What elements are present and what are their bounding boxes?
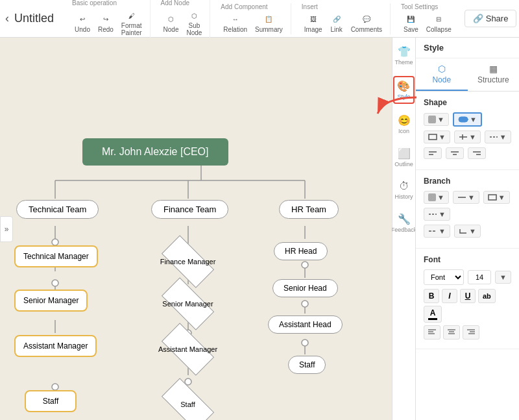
border-style-icon <box>428 134 437 140</box>
branch-indent-btn[interactable]: ▼ <box>454 225 481 238</box>
format-painter-button[interactable]: 🖌 Format Painter <box>119 9 145 38</box>
shape-fill-btn[interactable]: ▼ <box>424 113 449 126</box>
redo-icon: ↪ <box>99 14 112 25</box>
shape-border-btn[interactable]: ▼ <box>424 130 450 143</box>
sidebar-item-icon[interactable]: 😊 Icon <box>395 112 413 137</box>
theme-icon: 👕 <box>398 45 411 58</box>
technical-manager-node[interactable]: Technical Manager <box>14 245 98 267</box>
finance-senior-manager-node[interactable]: Senior Manager <box>163 291 212 317</box>
align-center-text-btn[interactable] <box>443 325 460 340</box>
branch-style1-btn[interactable]: ▼ <box>424 225 450 238</box>
comments-button[interactable]: 💬 Comments <box>348 13 385 34</box>
node-button[interactable]: ⬡ Node <box>161 13 182 34</box>
align-left-text-btn[interactable] <box>424 325 441 340</box>
relation-button[interactable]: ↔ Relation <box>221 13 250 34</box>
technical-team-node[interactable]: Technical Team <box>16 200 99 219</box>
svg-point-20 <box>52 239 58 245</box>
underline-button[interactable]: U <box>460 289 476 303</box>
collapse-icon: ⊟ <box>432 14 445 25</box>
italic-button[interactable]: I <box>442 289 457 303</box>
shape-row-1: ▼ ▼ <box>424 112 511 127</box>
technical-assistant-manager-node[interactable]: Assistant Manager <box>14 335 97 357</box>
align-right-text-btn[interactable] <box>463 325 479 340</box>
finance-manager-node[interactable]: Finance Manager <box>163 249 212 275</box>
tool-settings-items: 💾 Save ⊟ Collapse <box>401 13 454 34</box>
node-tab-icon: ⬡ <box>418 64 465 74</box>
shape-align-left-btn[interactable] <box>424 147 442 159</box>
fill-dropdown-icon: ▼ <box>437 116 444 123</box>
font-size-dropdown[interactable]: ▼ <box>495 271 511 284</box>
sidebar-item-history[interactable]: ⏱ History <box>392 178 416 203</box>
font-size-input[interactable] <box>468 270 491 284</box>
tab-structure[interactable]: ▦ Structure <box>468 58 520 91</box>
canvas-area[interactable]: » <box>0 38 392 420</box>
hr-senior-head-node[interactable]: Senior Head <box>272 279 338 297</box>
shape-line-btn[interactable]: ▼ <box>454 130 481 143</box>
summary-button[interactable]: 📋 Summary <box>252 13 285 34</box>
sidebar-item-style[interactable]: 🎨 Style <box>393 76 414 104</box>
strikethrough-button[interactable]: ab <box>478 289 496 303</box>
shape-type-btn[interactable]: ▼ <box>453 112 482 127</box>
hr-staff-node[interactable]: Staff <box>288 356 326 374</box>
link-button[interactable]: 🔗 Link <box>328 13 346 34</box>
finance-staff-node[interactable]: Staff <box>163 391 212 417</box>
toolbar-right: 🔗 Share 📤 Export <box>465 10 519 27</box>
svg-rect-44 <box>489 195 496 200</box>
text-align-row <box>424 325 511 340</box>
technical-team-label: Technical Team <box>29 204 86 214</box>
finance-team-node[interactable]: Finance Team <box>151 200 228 219</box>
save-button[interactable]: 💾 Save <box>401 13 421 34</box>
branch-line-icon <box>457 194 466 201</box>
text-align-right-icon <box>467 328 475 335</box>
svg-rect-32 <box>466 119 468 120</box>
relation-icon: ↔ <box>229 14 242 25</box>
sidebar-item-outline[interactable]: ⬜ Outline <box>392 145 416 170</box>
technical-senior-manager-node[interactable]: Senior Manager <box>14 290 88 312</box>
back-button[interactable]: ‹ <box>5 12 9 25</box>
shape-rect-icon <box>458 116 468 123</box>
add-component-items: ↔ Relation 📋 Summary <box>221 13 285 34</box>
collapse-button[interactable]: ⊟ Collapse <box>424 13 454 34</box>
hr-assistant-head-node[interactable]: Assistant Head <box>268 315 343 334</box>
shape-align-center-btn[interactable] <box>446 147 464 159</box>
main-area: » <box>0 38 519 420</box>
format-painter-icon: 🖌 <box>125 10 138 21</box>
align-center-icon <box>450 150 459 156</box>
font-family-row: Font ▼ <box>424 269 511 285</box>
share-button[interactable]: 🔗 Share <box>465 10 517 27</box>
font-color-button[interactable]: A <box>424 306 442 323</box>
shape-row-2: ▼ ▼ ▼ <box>424 130 511 143</box>
hr-team-node[interactable]: HR Team <box>279 200 339 219</box>
sidebar-item-theme[interactable]: 👕 Theme <box>392 43 416 68</box>
shape-align-right-btn[interactable] <box>468 147 486 159</box>
branch-color-btn[interactable]: ▼ <box>424 191 449 204</box>
finance-assistant-manager-node[interactable]: Assistant Manager <box>163 336 212 362</box>
ceo-node[interactable]: Mr. John Alexzie [CEO] <box>82 138 228 166</box>
style-icon: 🎨 <box>397 80 410 92</box>
style-label: Style <box>397 93 410 100</box>
image-button[interactable]: 🖼 Image <box>302 13 325 34</box>
left-collapse-button[interactable]: » <box>0 216 13 242</box>
hr-head-node[interactable]: HR Head <box>274 242 328 260</box>
group-label-basic: Basic operation <box>72 0 117 6</box>
fill-color-icon <box>428 116 436 123</box>
page-title: Untitled <box>14 12 54 25</box>
branch-dash-btn[interactable]: ▼ <box>424 208 450 221</box>
font-family-select[interactable]: Font <box>424 269 464 285</box>
bold-button[interactable]: B <box>424 289 439 303</box>
shape-dash-btn[interactable]: ▼ <box>485 130 511 143</box>
branch-line-btn[interactable]: ▼ <box>453 191 479 204</box>
line-style-icon <box>459 134 468 140</box>
undo-button[interactable]: ↩ Undo <box>72 13 93 34</box>
sub-node-button[interactable]: ⬡ Sub Node <box>184 9 204 38</box>
toolbar-group-add-component: Add Component ↔ Relation 📋 Summary <box>215 3 291 34</box>
style-tabs: ⬡ Node ▦ Structure <box>416 58 519 92</box>
font-section-title: Font <box>424 255 511 264</box>
branch-border-btn[interactable]: ▼ <box>483 191 510 204</box>
technical-staff-node[interactable]: Staff <box>25 390 77 412</box>
redo-button[interactable]: ↪ Redo <box>95 13 116 34</box>
line-dropdown-icon: ▼ <box>469 133 476 141</box>
insert-items: 🖼 Image 🔗 Link 💬 Comments <box>302 13 385 34</box>
tab-node[interactable]: ⬡ Node <box>416 58 468 91</box>
image-icon: 🖼 <box>307 14 320 25</box>
